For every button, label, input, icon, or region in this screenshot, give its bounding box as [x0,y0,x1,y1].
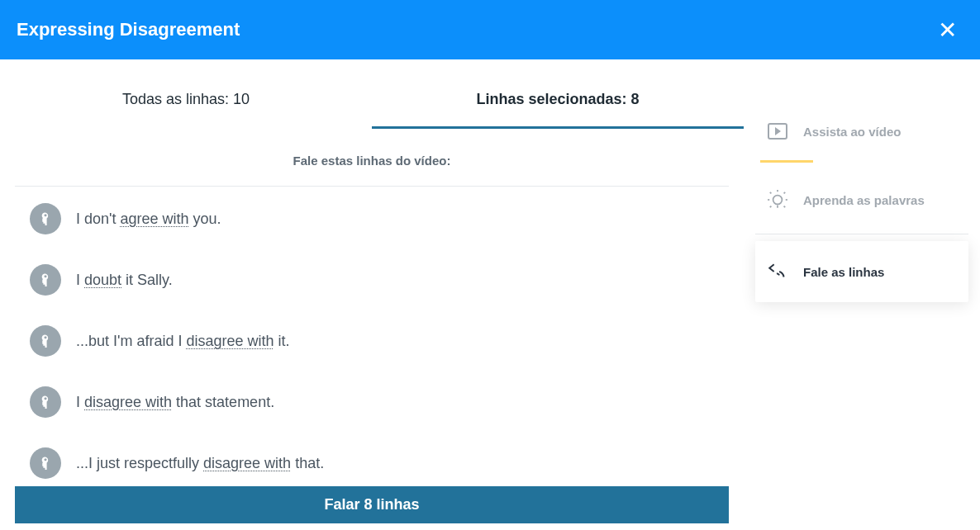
svg-point-0 [773,196,783,205]
line-text: I don't agree with you. [76,211,221,228]
lines-list[interactable]: I don't agree with you.I doubt it Sally.… [15,187,744,486]
sidebar-item-label: Aprenda as palavras [803,193,925,207]
tabs-bar: Todas as linhas: 10 Linhas selecionadas:… [0,59,744,129]
line-text: ...but I'm afraid I disagree with it. [76,333,290,350]
text-segment: it Sally. [121,272,173,288]
sidebar-item-label: Assista ao vídeo [803,125,901,139]
text-segment: I don't [76,211,120,227]
line-row: ...I just respectfully disagree with tha… [30,447,739,479]
key-icon[interactable] [30,203,61,234]
line-text: ...I just respectfully disagree with tha… [76,455,324,472]
sidebar-item-label: Fale as linhas [803,265,884,279]
sidebar-item-watch-video[interactable]: Assista ao vídeo [755,101,968,162]
main-content: Todas as linhas: 10 Linhas selecionadas:… [0,59,980,530]
left-column: Todas as linhas: 10 Linhas selecionadas:… [0,59,744,530]
line-row: I don't agree with you. [30,203,739,234]
sidebar-item-learn-words[interactable]: Aprenda as palavras [755,169,968,230]
play-video-icon [767,121,788,142]
line-row: I doubt it Sally. [30,264,739,296]
keyword[interactable]: doubt [84,272,121,288]
close-button[interactable]: ✕ [931,17,963,44]
text-segment: that. [291,455,324,471]
line-text: I doubt it Sally. [76,272,173,289]
instruction-text: Fale estas linhas do vídeo: [0,154,744,168]
lightbulb-icon [767,189,788,211]
sidebar-divider [755,234,968,234]
key-icon[interactable] [30,264,61,296]
svg-line-8 [784,206,786,208]
speak-lines-icon [767,261,788,282]
speak-lines-button[interactable]: Falar 8 linhas [15,486,729,523]
text-segment: ...but I'm afraid I [76,333,187,349]
keyword[interactable]: disagree with [203,455,291,471]
text-segment: I [76,394,84,410]
key-icon[interactable] [30,447,61,479]
close-icon: ✕ [938,17,957,43]
tab-selected-lines[interactable]: Linhas selecionadas: 8 [372,91,744,129]
keyword[interactable]: disagree with [84,394,172,410]
svg-line-6 [784,192,786,194]
key-icon[interactable] [30,386,61,418]
svg-line-7 [770,206,772,208]
sidebar-item-speak-lines[interactable]: Fale as linhas [755,241,968,302]
line-text: I disagree with that statement. [76,394,274,411]
sidebar-underline [760,160,813,163]
right-column: Assista ao vídeo Aprenda as palavras [744,59,980,530]
modal-header: Expressing Disagreement ✕ [0,0,980,59]
tab-all-lines[interactable]: Todas as linhas: 10 [0,91,372,129]
text-segment: you. [189,211,221,227]
text-segment: ...I just respectfully [76,455,203,471]
keyword[interactable]: agree with [120,211,188,227]
line-row: I disagree with that statement. [30,386,739,418]
keyword[interactable]: disagree with [187,333,274,349]
svg-line-5 [770,192,772,194]
key-icon[interactable] [30,325,61,357]
text-segment: that statement. [172,394,274,410]
text-segment: I [76,272,84,288]
text-segment: it. [274,333,290,349]
modal-title: Expressing Disagreement [17,19,240,40]
line-row: ...but I'm afraid I disagree with it. [30,325,739,357]
